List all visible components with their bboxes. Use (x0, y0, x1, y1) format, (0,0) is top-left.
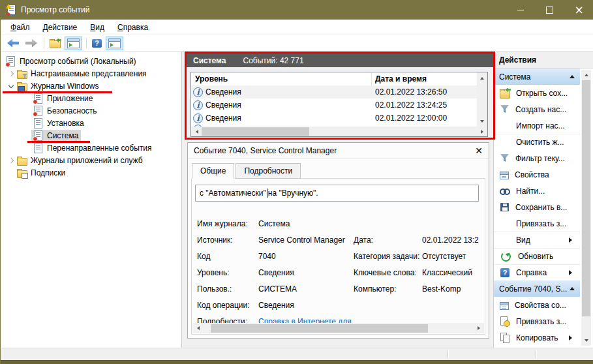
tree-item[interactable]: Настраиваемые представления (1, 67, 181, 80)
action-item[interactable]: Обновить (494, 248, 580, 264)
log-plain-icon (34, 143, 42, 153)
scroll-left-icon[interactable] (191, 127, 202, 136)
tree-item[interactable]: Подписки (1, 166, 181, 179)
action-item[interactable]: Импорт нас... (494, 117, 580, 134)
refresh-icon (501, 252, 511, 262)
tab-details[interactable]: Подробности (236, 163, 301, 179)
tree: Просмотр событий (Локальный)Настраиваемы… (1, 52, 182, 348)
show-console-tree-button[interactable] (65, 37, 82, 50)
export-folder-icon (50, 40, 61, 48)
scroll-down-icon[interactable] (581, 336, 591, 346)
main-area: Просмотр событий (Локальный)Настраиваемы… (1, 52, 593, 348)
section-header-label: Система (499, 72, 570, 82)
copy-icon (500, 333, 510, 343)
event-row[interactable]: Сведения02.01.2022 13:24:25 (191, 99, 477, 112)
expander-icon[interactable] (7, 159, 16, 162)
action-item[interactable]: Привязать з... (494, 313, 580, 329)
event-level-cell: Сведения (191, 100, 372, 110)
event-row[interactable]: Сведения02.01.2022 13:26:50 (191, 85, 477, 99)
actions-section-header[interactable]: Событие 7040, S... (494, 281, 580, 297)
action-item[interactable]: Фильтр теку... (494, 150, 580, 166)
scroll-left-icon[interactable] (192, 324, 203, 333)
field-value: Сведения (258, 301, 294, 310)
menu-item-help[interactable]: Справка (111, 21, 155, 34)
export-list-button[interactable] (47, 37, 63, 50)
maximize-button[interactable] (535, 0, 564, 20)
folder-icon (17, 158, 27, 166)
event-details-title: Событие 7040, Service Control Manager (194, 146, 475, 155)
close-button[interactable]: × (564, 0, 593, 20)
scrollbar-thumb[interactable] (211, 324, 428, 333)
maximize-icon (546, 7, 553, 14)
tree-item[interactable]: Журналы Windows (1, 80, 181, 92)
action-item[interactable]: Очистить ж... (494, 134, 580, 150)
action-item[interactable]: Справка (494, 264, 580, 281)
forward-button[interactable] (23, 37, 40, 50)
menu-item-action[interactable]: Действие (37, 21, 84, 34)
action-item[interactable]: Найти... (494, 183, 580, 199)
collapse-icon[interactable] (570, 284, 575, 290)
tree-item-box: Система (31, 130, 81, 142)
scroll-up-icon[interactable] (581, 70, 591, 80)
tree-item[interactable]: Безопасность (1, 104, 181, 117)
action-item-label: Открыть сох... (516, 89, 576, 98)
properties-icon (500, 302, 509, 310)
events-columns: Уровень Дата и время (191, 72, 477, 86)
tree-item[interactable]: Установка (1, 117, 181, 129)
action-item[interactable]: Свойства со... (494, 297, 580, 313)
events-vertical-scrollbar[interactable] (477, 72, 487, 127)
actions-scrollbar[interactable] (581, 70, 591, 346)
action-item[interactable]: Создать нас... (494, 101, 580, 117)
tree-item[interactable]: Перенаправленные события (1, 142, 181, 154)
expander-icon[interactable] (7, 72, 16, 76)
column-level[interactable]: Уровень (191, 72, 372, 85)
minimize-button[interactable] (506, 0, 535, 20)
actions-section-header[interactable]: Система (494, 68, 580, 85)
help-button[interactable]: ? (89, 37, 104, 50)
collapse-icon[interactable] (570, 72, 575, 78)
event-level-label: Сведения (205, 114, 241, 123)
expander-icon[interactable] (7, 85, 16, 87)
action-item-label: Фильтр теку... (515, 154, 576, 163)
details-horizontal-scrollbar[interactable] (192, 323, 484, 333)
menu-item-view[interactable]: Вид (84, 21, 111, 34)
column-datetime[interactable]: Дата и время (372, 72, 477, 85)
menu-item-file[interactable]: Файл (4, 21, 37, 34)
field-label: Компьютер: (354, 284, 396, 294)
scrollbar-thumb[interactable] (202, 127, 309, 136)
event-level-label: Сведения (205, 87, 241, 97)
info-icon (193, 87, 203, 97)
submenu-arrow-icon (569, 237, 575, 243)
scroll-down-icon[interactable] (477, 116, 487, 127)
event-level-cell: Сведения (191, 87, 372, 97)
action-item[interactable]: Свойства (494, 166, 580, 183)
event-row[interactable]: Сведения02.01.2022 12:00:00 (191, 112, 477, 125)
action-item[interactable]: Привязать з... (494, 215, 580, 232)
menu-item-label: Вид (90, 23, 104, 32)
open-folder-icon (500, 91, 510, 99)
tab-general[interactable]: Общие (192, 163, 234, 179)
close-details-icon[interactable]: ✕ (475, 146, 483, 155)
tree-item[interactable]: Система (1, 129, 181, 142)
tree-item[interactable]: Журналы приложений и служб (1, 154, 181, 166)
tree-item-label: Установка (47, 119, 84, 128)
action-item[interactable]: Сохранить в... (494, 199, 580, 215)
field-label: Код (197, 252, 210, 261)
action-item[interactable]: Вид (494, 232, 580, 248)
back-button[interactable] (5, 37, 22, 50)
tree-item[interactable]: Просмотр событий (Локальный) (1, 55, 181, 67)
event-message-before: с "Автоматически" (200, 189, 266, 198)
action-item[interactable]: Открыть сох... (494, 85, 580, 101)
scroll-right-icon[interactable] (477, 127, 487, 136)
scrollbar-thumb[interactable] (582, 80, 590, 316)
tree-item[interactable]: Приложение (1, 92, 181, 104)
scroll-up-icon[interactable] (477, 72, 487, 83)
event-message-box[interactable]: с "Автоматически" на "Вручную". (195, 185, 479, 202)
events-horizontal-scrollbar[interactable] (191, 127, 487, 136)
status-divider (536, 350, 537, 358)
actions-list: СистемаОткрыть сох...Создать нас...Импор… (494, 68, 580, 348)
show-action-pane-button[interactable] (106, 37, 123, 50)
action-item[interactable]: Копировать (494, 329, 580, 346)
scroll-right-icon[interactable] (474, 324, 484, 333)
action-item-label: Очистить ж... (516, 138, 576, 147)
